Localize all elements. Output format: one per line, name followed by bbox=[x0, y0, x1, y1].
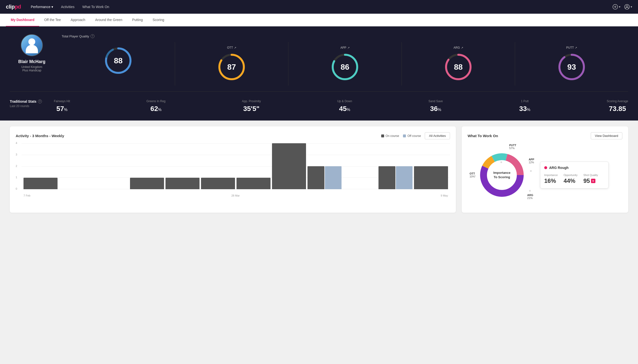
x-labels: 7 Feb 28 Mar 9 May bbox=[22, 194, 450, 197]
bar-on-course bbox=[130, 178, 164, 189]
add-button[interactable]: ▾ bbox=[612, 4, 620, 10]
bar-on-course bbox=[24, 178, 58, 189]
tab-bar: My Dashboard Off the Tee Approach Around… bbox=[0, 14, 638, 26]
user-menu-button[interactable]: ▾ bbox=[624, 4, 632, 10]
tooltip-header: ARG Rough bbox=[544, 166, 604, 170]
bar-on-course bbox=[272, 143, 306, 189]
trend-up-icon: ↗ bbox=[234, 46, 236, 50]
traditional-stats: Traditional Stats ? Last 20 rounds Fairw… bbox=[10, 98, 628, 113]
nav-performance[interactable]: Performance ▾ bbox=[31, 5, 53, 9]
stat-items: Fairways Hit 57% Greens In Reg 62% App. … bbox=[54, 100, 628, 113]
legend-on-course: On course bbox=[381, 134, 399, 138]
help-icon[interactable]: ? bbox=[91, 34, 95, 38]
tab-approach[interactable]: Approach bbox=[66, 14, 90, 26]
player-handicap: Plus Handicap bbox=[22, 69, 41, 72]
bar-off-course bbox=[325, 166, 342, 189]
total-score-value: 88 bbox=[114, 56, 123, 65]
tooltip-opportunity: Opportunity 44% bbox=[564, 174, 577, 184]
scores-section: Total Player Quality ? 88 bbox=[62, 34, 628, 86]
bottom-section: Activity - 3 Months - Weekly On course O… bbox=[0, 120, 638, 218]
stat-fairways-hit: Fairways Hit 57% bbox=[54, 100, 70, 113]
nav-what-to-work-on[interactable]: What To Work On bbox=[82, 5, 109, 9]
tooltip-importance: Importance 16% bbox=[544, 174, 558, 184]
bar-group bbox=[165, 178, 199, 189]
arg-score-value: 88 bbox=[454, 62, 463, 72]
ott-annotation: PUTT 57% bbox=[509, 144, 516, 150]
chevron-down-icon: ▾ bbox=[51, 5, 53, 9]
work-on-header: What To Work On View Dashboard bbox=[468, 132, 622, 139]
app-score-card: APP ↗ 86 bbox=[288, 42, 402, 86]
putt-ring: 93 bbox=[557, 52, 586, 82]
donut-wrapper: PUTT 57% APP 12% ARG 21% OTT 10% bbox=[468, 143, 536, 207]
work-on-body: PUTT 57% APP 12% ARG 21% OTT 10% bbox=[468, 143, 622, 207]
bar-on-course bbox=[165, 178, 199, 189]
stat-sand-save: Sand Save 36% bbox=[429, 100, 443, 113]
all-activities-button[interactable]: All Activities bbox=[425, 132, 450, 139]
top-nav: clippd Performance ▾ Activities What To … bbox=[0, 0, 638, 14]
nav-right: ▾ ▾ bbox=[612, 4, 632, 10]
bars-container bbox=[22, 143, 450, 189]
nav-links: Performance ▾ Activities What To Work On bbox=[31, 5, 109, 9]
trend-up-icon: ↗ bbox=[461, 46, 463, 50]
bar-group bbox=[201, 178, 235, 189]
bar-on-course bbox=[237, 178, 271, 189]
donut-dot-arg bbox=[529, 190, 531, 192]
player-info: Blair McHarg United Kingdom Plus Handica… bbox=[10, 34, 54, 72]
tooltip-card: ARG Rough Importance 16% Opportunity 44% bbox=[540, 162, 609, 188]
down-badge: ▼ bbox=[591, 179, 595, 183]
tooltip-metrics: Importance 16% Opportunity 44% Shot Qual… bbox=[544, 174, 604, 184]
tooltip-shot-quality: Shot Quality 95 ▼ bbox=[583, 174, 598, 184]
donut-center-label: Importance To Scoring bbox=[477, 150, 526, 200]
tab-putting[interactable]: Putting bbox=[127, 14, 148, 26]
total-quality-label: Total Player Quality ? bbox=[62, 34, 628, 38]
tooltip-indicator bbox=[544, 166, 547, 169]
chevron-down-icon: ▾ bbox=[631, 5, 632, 8]
bar-off-course bbox=[396, 166, 413, 189]
tab-off-the-tee[interactable]: Off the Tee bbox=[39, 14, 66, 26]
activity-chart-area: 4 3 2 1 0 7 Feb 28 Mar 9 May bbox=[16, 143, 450, 197]
bar-on-course bbox=[378, 166, 395, 189]
activity-chart-title: Activity - 3 Months - Weekly bbox=[16, 134, 64, 138]
donut-dot-app bbox=[530, 170, 532, 172]
tab-my-dashboard[interactable]: My Dashboard bbox=[6, 14, 39, 26]
svg-point-4 bbox=[626, 6, 628, 7]
total-ring: 88 bbox=[104, 46, 133, 75]
bar-group bbox=[308, 166, 341, 189]
putt-score-card: PUTT ↗ 93 bbox=[515, 42, 628, 86]
stat-one-putt: 1 Putt 33% bbox=[519, 100, 530, 113]
stat-app-proximity: App. Proximity 35'5" bbox=[242, 100, 261, 113]
player-name: Blair McHarg bbox=[18, 59, 45, 64]
chart-legend: On course Off course bbox=[381, 134, 421, 138]
arg-ring: 88 bbox=[444, 52, 473, 82]
trend-up-icon: ↗ bbox=[347, 46, 350, 50]
arg-score-card: ARG ↗ 88 bbox=[402, 42, 515, 86]
donut-dot-ott bbox=[500, 161, 502, 163]
logo[interactable]: clippd bbox=[6, 4, 21, 10]
tab-around-the-green[interactable]: Around the Green bbox=[90, 14, 127, 26]
bar-group bbox=[237, 178, 271, 189]
bar-group bbox=[378, 166, 412, 189]
ott-score-value: 87 bbox=[227, 62, 236, 72]
player-country: United Kingdom bbox=[21, 65, 42, 69]
total-score-card: 88 bbox=[62, 42, 175, 86]
help-icon-stats[interactable]: ? bbox=[38, 100, 42, 104]
tab-scoring[interactable]: Scoring bbox=[148, 14, 169, 26]
bar-group bbox=[130, 178, 164, 189]
chevron-down-icon: ▾ bbox=[619, 5, 620, 8]
hero-section: Blair McHarg United Kingdom Plus Handica… bbox=[0, 26, 638, 120]
donut-dot-putt bbox=[474, 175, 476, 177]
putt-score-value: 93 bbox=[567, 62, 576, 72]
stat-greens-in-reg: Greens In Reg 62% bbox=[146, 100, 165, 113]
view-dashboard-button[interactable]: View Dashboard bbox=[591, 132, 622, 139]
nav-left: clippd Performance ▾ Activities What To … bbox=[6, 4, 109, 10]
nav-activities[interactable]: Activities bbox=[61, 5, 74, 9]
app-score-value: 86 bbox=[341, 62, 349, 72]
score-cards: 88 OTT ↗ 87 bbox=[62, 42, 628, 86]
ott-ring: 87 bbox=[217, 52, 246, 82]
bar-group bbox=[24, 178, 58, 189]
stat-scoring-average: Scoring Average 73.85 bbox=[607, 100, 628, 113]
bar-group bbox=[414, 166, 448, 189]
legend-off-course: Off course bbox=[403, 134, 421, 138]
app-annotation: APP 12% bbox=[529, 158, 534, 164]
work-on-title: What To Work On bbox=[468, 134, 498, 138]
